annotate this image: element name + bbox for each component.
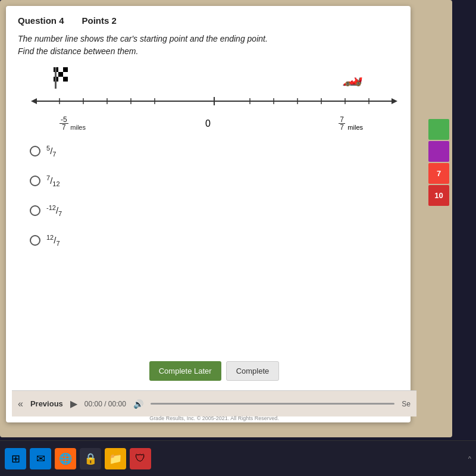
side-btn-7[interactable]: 7 — [428, 163, 449, 184]
complete-button[interactable]: Complete — [226, 361, 280, 381]
copyright-text: Grade Results, Inc. © 2005-2021. All Rig… — [12, 414, 416, 422]
screen: Question 4 Points 2 The number line show… — [0, 0, 452, 437]
number-line-container: 🏎️ — [18, 67, 399, 133]
zero-label: 0 — [205, 118, 211, 129]
right-denominator: 7 — [339, 124, 345, 131]
choice-a: 5/7 — [30, 145, 387, 158]
question-number: Question 4 — [18, 15, 64, 26]
shield-icon[interactable]: 🛡 — [130, 448, 151, 469]
complete-later-button[interactable]: Complete Later — [149, 361, 221, 381]
browser-icon[interactable]: 🌐 — [55, 448, 76, 469]
lock-icon[interactable]: 🔒 — [80, 448, 101, 469]
radio-a[interactable] — [30, 146, 40, 156]
checkered-flag-icon — [54, 67, 75, 93]
left-fraction-label: -5 7 miles — [60, 116, 86, 132]
play-button-icon[interactable]: ▶ — [70, 398, 77, 409]
previous-button[interactable]: Previous — [30, 399, 63, 408]
question-text: The number line shows the car's starting… — [18, 33, 399, 58]
settings-label[interactable]: Se — [402, 400, 411, 408]
windows-icon[interactable]: ⊞ — [5, 448, 26, 469]
radio-c[interactable] — [30, 205, 40, 216]
race-car-icon: 🏎️ — [342, 67, 363, 87]
taskbar-time: ^ — [468, 455, 471, 462]
side-panel: 7 10 — [428, 0, 452, 437]
choice-c: -12/7 — [30, 204, 387, 217]
answer-choices: 5/7 7/12 -12/7 12/7 — [18, 145, 399, 247]
question-text-line1: The number line shows the car's starting… — [18, 34, 268, 43]
svg-rect-2 — [63, 67, 68, 72]
left-unit: miles — [70, 124, 86, 131]
time-display: 00:00 / 00:00 — [84, 400, 126, 408]
svg-rect-8 — [63, 77, 68, 82]
progress-bar — [151, 403, 394, 405]
svg-marker-11 — [31, 98, 37, 104]
svg-rect-5 — [63, 72, 68, 77]
bottom-buttons: Complete Later Complete — [12, 355, 416, 387]
choice-d-text: 12/7 — [46, 234, 60, 247]
svg-rect-9 — [55, 67, 57, 89]
left-denominator: 7 — [60, 124, 68, 131]
svg-rect-1 — [58, 67, 63, 72]
radio-d[interactable] — [30, 235, 40, 246]
right-unit: miles — [347, 124, 363, 131]
prev-arrows-icon: « — [18, 399, 23, 409]
choice-b: 7/12 — [30, 174, 387, 187]
question-header: Question 4 Points 2 — [18, 15, 399, 26]
points-label: Points 2 — [82, 15, 117, 26]
right-fraction-label: 7 7 miles — [339, 116, 363, 132]
quiz-panel: Question 4 Points 2 The number line show… — [6, 6, 411, 422]
volume-icon[interactable]: 🔊 — [133, 399, 143, 409]
radio-b[interactable] — [30, 176, 40, 186]
nav-bar: « Previous ▶ 00:00 / 00:00 🔊 Se — [12, 390, 416, 416]
side-btn-green[interactable] — [428, 119, 449, 140]
svg-rect-4 — [58, 72, 63, 77]
side-btn-10[interactable]: 10 — [428, 185, 449, 206]
folder-icon[interactable]: 📁 — [105, 448, 126, 469]
number-line-svg — [24, 92, 405, 116]
choice-a-text: 5/7 — [46, 145, 56, 158]
question-text-line2: Find the distance between them. — [18, 46, 138, 56]
mail-icon[interactable]: ✉ — [30, 448, 51, 469]
choice-c-text: -12/7 — [46, 204, 62, 217]
choice-b-text: 7/12 — [46, 174, 60, 187]
choice-d: 12/7 — [30, 234, 387, 247]
svg-marker-12 — [392, 98, 397, 104]
taskbar: ⊞ ✉ 🌐 🔒 📁 🛡 ^ — [0, 440, 476, 476]
svg-rect-7 — [58, 77, 63, 82]
side-btn-purple[interactable] — [428, 141, 449, 162]
